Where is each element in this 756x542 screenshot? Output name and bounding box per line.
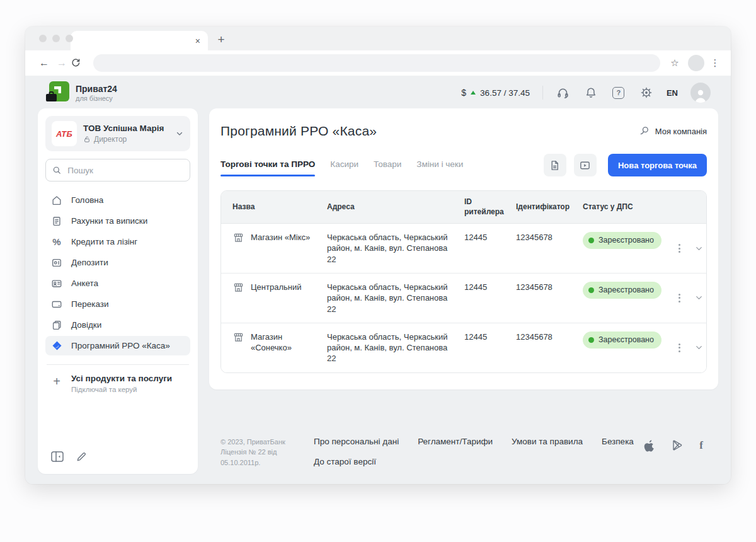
back-icon[interactable]: ← <box>35 57 53 69</box>
footer-link-old-version[interactable]: До старої версії <box>314 457 376 466</box>
browser-window: × + ← → ☆ ⋮ Приват24 для бізне <box>25 26 731 484</box>
browser-tabstrip: × + <box>25 26 731 50</box>
kasa-logo-icon <box>50 340 63 351</box>
sidebar-item-label: Довідки <box>71 320 101 330</box>
search-input[interactable] <box>66 165 183 176</box>
forward-icon: → <box>53 57 71 69</box>
browser-menu-icon[interactable]: ⋮ <box>709 57 721 69</box>
page-content: Приват24 для бізнесу $ 36.57 / 37.45 <box>25 76 731 484</box>
url-bar[interactable] <box>93 54 660 72</box>
privat24-logo-icon <box>45 81 69 104</box>
status-dot-icon <box>588 238 594 243</box>
settings-gear-icon[interactable] <box>639 85 654 100</box>
new-trade-point-button[interactable]: Нова торгова точка <box>608 154 707 176</box>
column-header-retailer-id: ID ритейлера <box>464 191 516 223</box>
user-avatar[interactable] <box>690 83 711 103</box>
google-play-icon[interactable] <box>671 439 683 451</box>
notifications-bell-icon[interactable] <box>583 85 598 100</box>
column-header-name: Назва <box>221 191 327 223</box>
row-expand-chevron-icon[interactable] <box>692 291 706 305</box>
row-menu-icon[interactable] <box>667 240 691 257</box>
tab-trade-points[interactable]: Торгові точки та ПРРО <box>220 159 315 176</box>
all-products-subtitle: Підключай та керуй <box>71 386 172 393</box>
company-selector[interactable]: АТБ ТОВ Успішна Марія Директор <box>45 116 190 151</box>
sidebar-item-credits[interactable]: % Кредити та лізінг <box>45 232 190 251</box>
privat24-logo[interactable]: Приват24 для бізнесу <box>45 81 117 104</box>
tab-goods[interactable]: Товари <box>374 159 401 176</box>
sidebar-divider <box>47 364 189 365</box>
refresh-icon[interactable] <box>71 58 88 68</box>
traffic-light-maximize[interactable] <box>66 35 73 42</box>
safe-icon <box>50 257 63 268</box>
sidebar-item-deposits[interactable]: Депозити <box>45 253 190 272</box>
browser-tab[interactable]: × <box>71 31 208 50</box>
sidebar-item-home[interactable]: Головна <box>45 190 190 210</box>
sidebar-item-label: Рахунки та виписки <box>71 216 147 226</box>
help-manual-icon[interactable]: ? <box>611 85 626 100</box>
percent-icon: % <box>50 236 63 247</box>
status-badge: Зареєстровано <box>583 282 662 299</box>
collapse-sidebar-icon[interactable] <box>50 451 64 463</box>
sidebar-item-accounts[interactable]: Рахунки та виписки <box>45 211 190 231</box>
footer-link-tariffs[interactable]: Регламент/Тарифи <box>418 437 493 446</box>
chevron-down-icon <box>175 129 184 138</box>
bookmark-star-icon[interactable]: ☆ <box>667 57 683 69</box>
edit-pencil-icon[interactable] <box>76 451 88 463</box>
search-box[interactable] <box>45 159 190 182</box>
page-footer: © 2023, ПриватБанк Ліцензія № 22 від 05.… <box>209 437 718 485</box>
store-name: Центральний <box>251 282 302 292</box>
document-report-button[interactable] <box>544 154 566 176</box>
traffic-lights <box>39 35 73 42</box>
column-header-identifier: Ідентифікатор <box>516 191 583 223</box>
table-row: Магазин «Мікс» Черкаська область, Черкас… <box>221 224 706 273</box>
table-header: Назва Адреса ID ритейлера Ідентифікатор … <box>221 191 706 224</box>
my-company-icon <box>639 125 650 137</box>
footer-link-security[interactable]: Безпека <box>602 437 634 446</box>
brand-subtitle: для бізнесу <box>76 95 117 102</box>
facebook-icon[interactable]: f <box>699 439 703 452</box>
row-expand-chevron-icon[interactable] <box>692 241 706 256</box>
statement-icon <box>50 216 63 227</box>
sidebar-item-rro-kasa[interactable]: Програмний РРО «Каса» <box>45 336 190 355</box>
tab-cashiers[interactable]: Касири <box>330 159 358 176</box>
footer-link-personal-data[interactable]: Про персональні дані <box>314 437 399 446</box>
row-expand-chevron-icon[interactable] <box>692 340 706 355</box>
identifier: 12345678 <box>516 274 583 323</box>
traffic-light-minimize[interactable] <box>52 35 60 42</box>
browser-profile-avatar[interactable] <box>688 55 704 71</box>
sidebar-item-label: Депозити <box>71 258 108 267</box>
retailer-id: 12445 <box>464 224 516 273</box>
sidebar-item-label: Кредити та лізінг <box>71 237 137 246</box>
all-products-link[interactable]: + Усі продукти та послуги Підключай та к… <box>45 372 190 395</box>
store-name: Магазин «Сонечко» <box>251 332 321 354</box>
browser-addressbar: ← → ☆ ⋮ <box>25 50 731 76</box>
header-divider <box>542 86 543 100</box>
status-badge: Зареєстровано <box>583 232 662 249</box>
language-switcher[interactable]: EN <box>667 88 678 98</box>
all-products-title: Усі продукти та послуги <box>71 374 172 383</box>
tab-close-icon[interactable]: × <box>195 37 200 45</box>
app-store-apple-icon[interactable] <box>644 439 655 452</box>
dollar-icon: $ <box>461 88 466 98</box>
traffic-light-close[interactable] <box>39 35 47 42</box>
store-icon <box>232 332 244 343</box>
footer-link-terms[interactable]: Умови та правила <box>512 437 583 446</box>
store-icon <box>232 282 244 294</box>
sidebar-item-transfers[interactable]: Перекази <box>45 294 190 314</box>
currency-rates[interactable]: $ 36.57 / 37.45 <box>461 88 530 98</box>
new-tab-button[interactable]: + <box>212 30 231 49</box>
my-company-link[interactable]: Моя компанія <box>639 125 707 137</box>
video-tutorial-button[interactable] <box>574 154 597 176</box>
tab-shifts-receipts[interactable]: Зміни і чеки <box>416 159 463 176</box>
home-icon <box>50 195 63 206</box>
column-header-address: Адреса <box>327 191 464 223</box>
support-headset-icon[interactable] <box>556 85 571 100</box>
document-icon <box>549 159 561 171</box>
main-card: Програмний РРО «Каса» Моя компанія Торго… <box>209 108 718 389</box>
sidebar-item-certificates[interactable]: Довідки <box>45 315 190 335</box>
video-play-icon <box>579 159 591 171</box>
sidebar-item-profile[interactable]: Анкета <box>45 274 190 293</box>
row-menu-icon[interactable] <box>667 290 691 306</box>
retailer-id: 12445 <box>464 274 516 323</box>
row-menu-icon[interactable] <box>667 340 691 356</box>
